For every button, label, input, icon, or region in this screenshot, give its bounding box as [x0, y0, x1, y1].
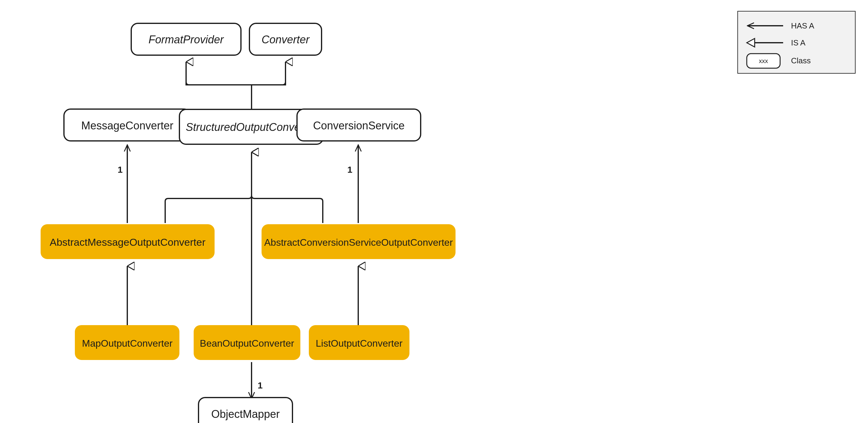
- node-bean-output-converter: BeanOutputConverter: [194, 325, 300, 360]
- svg-text:ObjectMapper: ObjectMapper: [211, 408, 280, 420]
- svg-text:FormatProvider: FormatProvider: [149, 33, 224, 46]
- legend-is-a: IS A: [791, 38, 806, 47]
- edge-soc-converter: [252, 62, 285, 109]
- legend-has-a: HAS A: [791, 21, 814, 30]
- svg-text:BeanOutputConverter: BeanOutputConverter: [200, 338, 294, 349]
- legend-class-sample: xxx: [759, 58, 768, 64]
- legend-class: Class: [791, 56, 811, 65]
- class-diagram: 1 1 1 FormatProvider Converter MessageCo…: [0, 0, 868, 423]
- svg-text:AbstractMessageOutputConverter: AbstractMessageOutputConverter: [50, 236, 206, 248]
- node-converter: Converter: [249, 23, 321, 55]
- edge-amoc-soc: [165, 152, 252, 223]
- svg-text:MessageConverter: MessageConverter: [81, 119, 173, 132]
- svg-text:ConversionService: ConversionService: [313, 119, 405, 132]
- svg-text:AbstractConversionServiceOutpu: AbstractConversionServiceOutputConverter: [264, 237, 453, 248]
- edge-acsoc-soc: [252, 152, 323, 223]
- node-map-output-converter: MapOutputConverter: [75, 325, 179, 360]
- mult-objmapper: 1: [258, 380, 263, 390]
- legend: HAS A IS A xxx Class: [738, 11, 855, 73]
- mult-convservice: 1: [347, 165, 352, 174]
- node-message-converter: MessageConverter: [64, 109, 191, 141]
- edge-soc-formatprovider: [186, 62, 252, 109]
- node-conversion-service: ConversionService: [297, 109, 421, 141]
- node-format-provider: FormatProvider: [131, 23, 241, 55]
- mult-msgconv: 1: [118, 165, 123, 174]
- nodes-layer: FormatProvider Converter MessageConverte…: [41, 23, 456, 423]
- node-object-mapper: ObjectMapper: [198, 397, 292, 423]
- node-abstract-message-output-converter: AbstractMessageOutputConverter: [41, 224, 215, 259]
- svg-text:Converter: Converter: [261, 33, 310, 46]
- svg-text:MapOutputConverter: MapOutputConverter: [82, 338, 173, 349]
- node-list-output-converter: ListOutputConverter: [309, 325, 409, 360]
- svg-text:ListOutputConverter: ListOutputConverter: [316, 338, 403, 349]
- node-abstract-conversion-service-output-converter: AbstractConversionServiceOutputConverter: [261, 224, 456, 259]
